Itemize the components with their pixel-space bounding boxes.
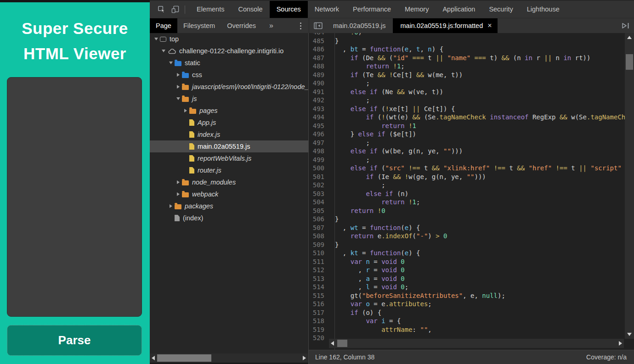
tree-item-static[interactable]: static — [150, 57, 308, 69]
line-source[interactable]: , kt = function(e) { — [329, 249, 420, 258]
line-source[interactable]: ; — [329, 79, 370, 88]
tree-item-webpack[interactable]: webpack — [150, 188, 308, 200]
tree-item-packages[interactable]: packages — [150, 200, 308, 212]
scroll-down-arrow-icon[interactable] — [627, 333, 632, 336]
code-lines[interactable]: 484 !0)485}486 , bt = function(e, t, n) … — [309, 33, 625, 343]
line-source[interactable]: return !0 — [329, 207, 385, 216]
line-source[interactable]: if (De && ("id" === t || "name" === t) &… — [329, 54, 590, 63]
line-number[interactable]: 493 — [309, 105, 329, 114]
editor-tab[interactable]: main.02a05519.js:formatted× — [393, 18, 497, 33]
line-number[interactable]: 486 — [309, 45, 329, 54]
line-source[interactable]: , bt = function(e, t, n) { — [329, 45, 443, 54]
device-toolbar-icon[interactable] — [168, 3, 182, 17]
line-number[interactable]: 513 — [309, 275, 329, 284]
line-source[interactable]: ; — [329, 139, 370, 148]
navigator-tab-overrides[interactable]: Overrides — [221, 18, 262, 33]
html-input[interactable] — [7, 77, 142, 317]
line-source[interactable]: ; — [329, 181, 385, 190]
line-number[interactable]: 499 — [309, 156, 329, 165]
line-number[interactable]: 517 — [309, 309, 329, 318]
line-number[interactable]: 510 — [309, 249, 329, 258]
main-tab-lighthouse[interactable]: Lighthouse — [520, 1, 566, 18]
line-number[interactable]: 494 — [309, 113, 329, 122]
line-source[interactable]: var n = void 0 — [329, 258, 405, 267]
navigator-tab-filesystem[interactable]: Filesystem — [177, 18, 221, 33]
main-tab-elements[interactable]: Elements — [190, 1, 231, 18]
line-number[interactable]: 487 — [309, 54, 329, 63]
line-number[interactable]: 509 — [309, 241, 329, 250]
line-number[interactable]: 491 — [309, 88, 329, 97]
line-source[interactable]: , l = void 0; — [329, 283, 408, 292]
main-tab-security[interactable]: Security — [482, 1, 520, 18]
tree-item-reportwebvitals-js[interactable]: reportWebVitals.js — [150, 152, 308, 164]
scroll-left-arrow-icon[interactable] — [152, 356, 155, 360]
scroll-right-arrow-icon[interactable] — [619, 341, 622, 346]
line-source[interactable]: if (o) { — [329, 309, 381, 318]
line-source[interactable]: !0) — [329, 33, 362, 37]
line-source[interactable]: var i = { — [329, 317, 401, 326]
line-number[interactable]: 492 — [309, 96, 329, 105]
editor-vertical-scrollbar[interactable] — [625, 33, 634, 339]
parse-button[interactable]: Parse — [7, 325, 142, 356]
line-number[interactable]: 508 — [309, 232, 329, 241]
main-tab-application[interactable]: Application — [436, 1, 482, 18]
line-source[interactable]: attrName: "", — [329, 326, 432, 335]
line-number[interactable]: 490 — [309, 79, 329, 88]
line-number[interactable]: 484 — [309, 33, 329, 37]
editor-tab[interactable]: main.02a05519.js — [326, 18, 393, 33]
line-source[interactable]: } — [329, 215, 339, 224]
line-number[interactable]: 500 — [309, 164, 329, 173]
tree-item-node-modules[interactable]: node_modules — [150, 176, 308, 188]
line-number[interactable]: 504 — [309, 198, 329, 207]
line-source[interactable]: else if (w(be, g(n, ye, ""))) — [329, 147, 463, 156]
more-tabs-chevron-icon[interactable]: » — [269, 22, 273, 30]
line-source[interactable]: } — [329, 37, 339, 46]
line-source[interactable]: if (Te && !Ce[t] && w(me, t)) — [329, 71, 463, 80]
main-tab-network[interactable]: Network — [308, 1, 346, 18]
tree-item-css[interactable]: css — [150, 69, 308, 81]
tree-item-index-js[interactable]: index.js — [150, 129, 308, 140]
navigator-scrollbar-thumb[interactable] — [157, 354, 211, 362]
editor-vscrollbar-thumb[interactable] — [626, 54, 633, 70]
navigator-tab-page[interactable]: Page — [150, 18, 177, 33]
navigator-horizontal-scrollbar[interactable] — [150, 353, 308, 363]
line-number[interactable]: 512 — [309, 266, 329, 275]
line-source[interactable]: return e.indexOf("-") > 0 — [329, 232, 447, 241]
tree-item-pages[interactable]: pages — [150, 105, 308, 117]
scroll-up-arrow-icon[interactable] — [627, 36, 632, 39]
tree-item-challenge-0122-challenge-intigriti-io[interactable]: challenge-0122-challenge.intigriti.io — [150, 45, 308, 57]
inspect-element-icon[interactable] — [154, 3, 168, 17]
line-source[interactable]: else if (Ne && w(ve, t)) — [329, 88, 443, 97]
scroll-left-arrow-icon[interactable] — [331, 341, 334, 346]
line-source[interactable]: else if (n) — [329, 190, 408, 199]
main-tab-console[interactable]: Console — [231, 1, 269, 18]
line-number[interactable]: 515 — [309, 292, 329, 301]
line-source[interactable]: , r = void 0 — [329, 266, 405, 275]
line-number[interactable]: 514 — [309, 283, 329, 292]
line-source[interactable]: ; — [329, 156, 370, 165]
tree-item-main-02a05519-js[interactable]: main.02a05519.js — [150, 140, 308, 152]
tree-item--index-[interactable]: (index) — [150, 212, 308, 224]
more-options-kebab-icon[interactable] — [300, 22, 301, 29]
line-number[interactable]: 489 — [309, 71, 329, 80]
line-source[interactable]: , wt = function(e) { — [329, 224, 420, 233]
line-source[interactable]: } — [329, 241, 339, 250]
line-source[interactable]: ; — [329, 96, 370, 105]
line-number[interactable]: 485 — [309, 37, 329, 46]
line-number[interactable]: 516 — [309, 300, 329, 309]
line-source[interactable]: var o = e.attributes; — [329, 300, 432, 309]
main-tab-memory[interactable]: Memory — [398, 1, 436, 18]
line-source[interactable]: if (!(wt(e) && (Se.tagNameCheck instance… — [329, 113, 625, 122]
line-number[interactable]: 505 — [309, 207, 329, 216]
line-number[interactable]: 519 — [309, 326, 329, 335]
line-source[interactable]: else if (!xe[t] || Ce[t]) { — [329, 105, 455, 114]
hide-navigator-icon[interactable] — [314, 22, 323, 29]
tree-item-top[interactable]: top — [150, 33, 308, 45]
line-number[interactable]: 507 — [309, 224, 329, 233]
tree-item-js[interactable]: js — [150, 93, 308, 105]
tree-item-router-js[interactable]: router.js — [150, 164, 308, 176]
line-source[interactable]: gt("beforeSanitizeAttributes", e, null); — [329, 292, 505, 301]
line-number[interactable]: 511 — [309, 258, 329, 267]
line-source[interactable]: return !1 — [329, 122, 416, 131]
line-source[interactable]: } else if ($e[t]) — [329, 130, 416, 139]
